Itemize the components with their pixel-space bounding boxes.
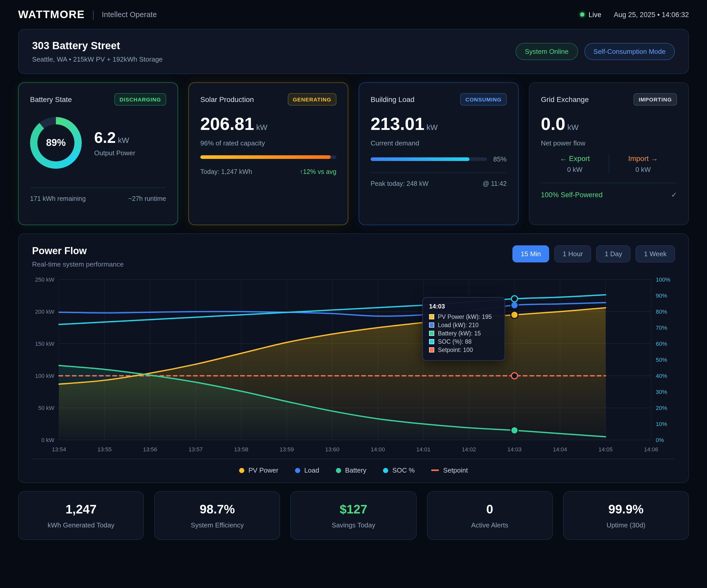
stat-value: 1,247 [27,502,135,517]
y-axis-label-left: 250 kW [35,276,54,283]
bottom-stats-row: 1,247kWh Generated Today98.7%System Effi… [18,491,689,540]
y-axis-label-right: 60% [656,340,667,347]
legend-item-setpoint[interactable]: Setpoint [431,466,468,474]
tooltip-row: PV Power (kW): 195 [429,314,498,320]
battery-card-header: Battery State DISCHARGING [30,93,166,106]
stat-label: Savings Today [299,521,408,529]
load-progress-percent: 85% [493,155,507,163]
tooltip-text: PV Power (kW): 195 [438,314,492,320]
building-load-card: Building Load CONSUMING 213.01kW Current… [359,82,518,225]
legend-item-battery[interactable]: Battery [336,466,366,474]
tooltip-swatch-icon [429,323,434,328]
range-button-1-day[interactable]: 1 Day [596,246,630,262]
stat-value: 98.7% [163,502,271,517]
x-axis-label: 14:02 [462,446,476,453]
power-flow-chart[interactable]: 13:5413:5513:5613:5713:5813:5913:6014:00… [32,273,676,456]
y-axis-label-right: 100% [656,276,670,283]
range-button-15-min[interactable]: 15 Min [512,246,549,262]
x-axis-label: 13:59 [279,446,294,453]
legend-dot-icon [295,468,300,473]
power-flow-title: Power Flow [32,246,124,257]
tooltip-swatch-icon [429,331,434,336]
legend-label: SOC % [392,466,415,474]
y-axis-label-right: 30% [656,389,667,395]
battery-card-footer: 171 kWh remaining ~27h runtime [30,187,166,202]
solar-today-total: Today: 1,247 kWh [200,168,252,175]
battery-runtime: ~27h runtime [128,195,166,202]
tooltip-rows: PV Power (kW): 195Load (kW): 210Battery … [429,314,498,353]
battery-card-title: Battery State [30,95,72,103]
load-card-header: Building Load CONSUMING [371,93,507,106]
stat-value: 99.9% [572,502,680,517]
chart-legend: PV PowerLoadBatterySOC %Setpoint [32,459,675,474]
check-icon: ✓ [671,191,677,199]
battery-output-unit: kW [118,136,129,144]
legend-item-load[interactable]: Load [295,466,319,474]
grid-card-title: Grid Exchange [541,95,589,103]
power-flow-chart-area: 13:5413:5513:5613:5713:5813:5913:6014:00… [32,273,675,456]
legend-item-pv-power[interactable]: PV Power [239,466,278,474]
stat-card-uptime-30d: 99.9%Uptime (30d) [563,491,689,540]
legend-dash-icon [431,469,439,471]
battery-output-value: 6.2 [94,129,116,146]
app-logo: WATTMORE [18,8,85,21]
grid-card-footer: 100% Self-Powered ✓ [541,183,677,199]
tooltip-text: Load (kW): 210 [438,322,478,328]
stat-cards-row: Battery State DISCHARGING 89% 6.2kW Outp… [18,82,689,225]
y-axis-label-left: 150 kW [35,340,54,347]
battery-state-card: Battery State DISCHARGING 89% 6.2kW Outp… [18,82,178,225]
power-flow-subtitle: Real-time system performance [32,260,124,268]
y-axis-label-right: 70% [656,325,667,331]
tooltip-row: Setpoint: 100 [429,347,498,353]
load-peak-time: @ 11:42 [483,180,507,187]
load-progress-track [371,157,487,161]
tooltip-row: SOC (%): 88 [429,338,498,345]
marker-load [511,301,518,309]
legend-item-soc[interactable]: SOC % [383,466,415,474]
y-axis-label-right: 90% [656,292,667,299]
legend-dot-icon [239,468,244,473]
dashboard-root: WATTMORE | Intellect Operate Live Aug 25… [0,0,707,588]
battery-output-label: Output Power [94,149,135,157]
legend-dot-icon [336,468,341,473]
datetime: Aug 25, 2025 • 14:06:32 [614,11,689,19]
legend-dot-icon [383,468,388,473]
stat-label: System Efficiency [163,521,271,529]
y-axis-label-right: 40% [656,373,667,379]
range-button-1-week[interactable]: 1 Week [636,246,675,262]
power-flow-header: Power Flow Real-time system performance … [32,246,675,268]
y-axis-label-right: 10% [656,421,667,427]
grid-unit: kW [568,123,579,131]
battery-remaining: 171 kWh remaining [30,195,86,202]
solar-value: 206.81 [200,114,254,134]
system-online-badge[interactable]: System Online [515,43,578,60]
x-axis-label: 13:58 [234,446,248,453]
load-status-badge: CONSUMING [460,93,507,106]
legend-label: Setpoint [443,466,468,474]
battery-output: 6.2kW Output Power [94,129,135,157]
x-axis-label: 13:55 [97,446,111,453]
solar-production-card: Solar Production GENERATING 206.81kW 96%… [189,82,348,225]
tooltip-swatch-icon [429,314,434,319]
tooltip-row: Battery (kW): 15 [429,330,498,336]
grid-import-cell: Import → 0 kW [609,154,677,173]
x-axis-label: 13:57 [189,446,203,453]
grid-exchange-card: Grid Exchange IMPORTING 0.0kW Net power … [529,82,689,225]
tooltip-text: Setpoint: 100 [438,347,473,353]
power-flow-panel: Power Flow Real-time system performance … [18,233,689,483]
marker-soc [511,296,517,302]
marker-pv-power [511,311,518,318]
live-indicator: Live [580,11,601,19]
live-dot-icon [580,12,584,17]
x-axis-label: 14:06 [644,446,658,453]
battery-soc-percent: 89% [30,117,82,169]
topbar-right: Live Aug 25, 2025 • 14:06:32 [580,11,689,19]
stat-card-savings-today: $127Savings Today [291,491,416,540]
range-button-1-hour[interactable]: 1 Hour [554,246,591,262]
x-axis-label: 14:04 [553,446,567,453]
x-axis-label: 13:56 [143,446,157,453]
brand-separator: | [92,9,95,20]
self-consumption-mode-badge[interactable]: Self-Consumption Mode [584,43,675,60]
battery-status-badge: DISCHARGING [114,93,166,106]
marker-setpoint [511,373,517,379]
